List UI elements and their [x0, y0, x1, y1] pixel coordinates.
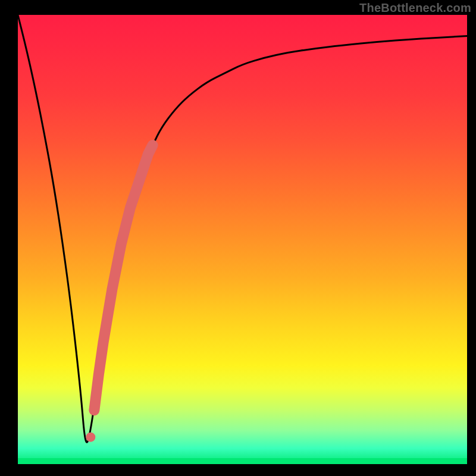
highlight-dot — [86, 433, 95, 442]
chart-stage: { "credit": "TheBottleneck.com", "colors… — [0, 0, 476, 476]
plot-background — [18, 15, 467, 464]
credit-text: TheBottleneck.com — [359, 1, 471, 15]
chart-svg — [0, 0, 476, 476]
green-baseline — [18, 458, 467, 464]
